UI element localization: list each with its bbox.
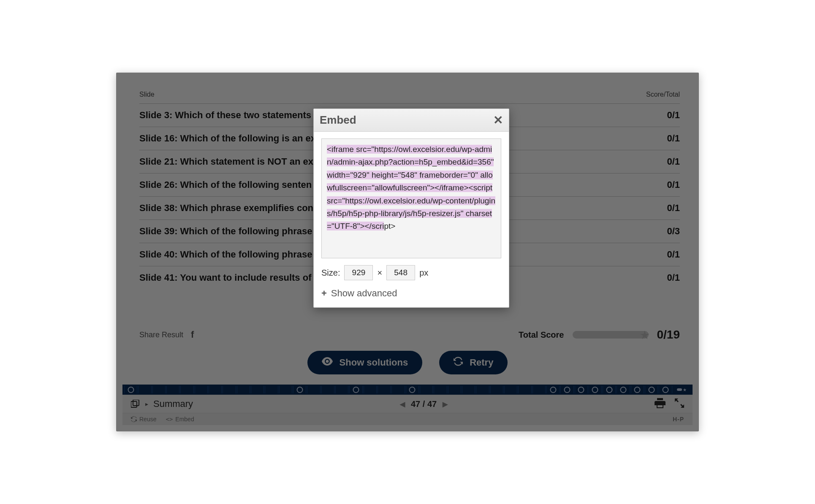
modal-header: Embed ✕ bbox=[314, 109, 509, 132]
plus-icon: + bbox=[321, 288, 327, 299]
size-row: Size: × px bbox=[321, 265, 501, 280]
px-label: px bbox=[419, 268, 428, 278]
times-separator: × bbox=[377, 268, 382, 278]
embed-code-textarea[interactable]: <iframe src="https://owl.excelsior.edu/w… bbox=[321, 138, 501, 258]
height-input[interactable] bbox=[386, 265, 415, 280]
width-input[interactable] bbox=[344, 265, 373, 280]
close-icon[interactable]: ✕ bbox=[493, 113, 503, 127]
embed-modal: Embed ✕ <iframe src="https://owl.excelsi… bbox=[313, 108, 509, 308]
size-label: Size: bbox=[321, 268, 340, 278]
modal-title: Embed bbox=[320, 114, 356, 127]
show-advanced-label: Show advanced bbox=[331, 288, 397, 299]
app-frame: Slide Score/Total Slide 3: Which of thes… bbox=[116, 73, 699, 431]
embed-code-selected: <iframe src="https://owl.excelsior.edu/w… bbox=[327, 145, 495, 230]
embed-code-tail: pt> bbox=[384, 222, 395, 230]
show-advanced-toggle[interactable]: + Show advanced bbox=[321, 288, 501, 299]
